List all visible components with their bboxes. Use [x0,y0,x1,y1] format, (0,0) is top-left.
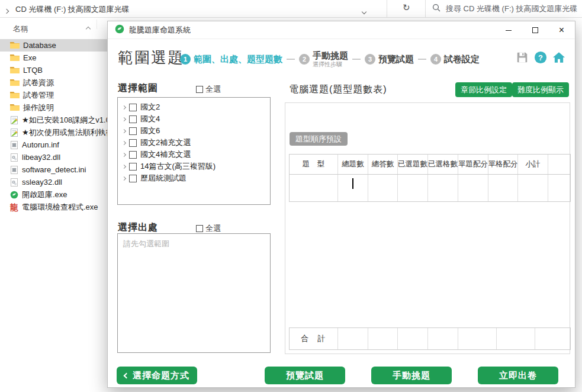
qtable-body-cell[interactable] [338,175,368,201]
tree-item[interactable]: 國文4 [121,113,270,125]
step-number-badge: 3 [365,54,375,65]
header-icons: ? [516,51,565,64]
expand-chevron-icon[interactable] [122,152,126,156]
tree-item-checkbox[interactable] [129,151,137,159]
expand-chevron-icon[interactable] [122,128,126,133]
green-app-icon [10,191,18,199]
file-row[interactable]: ★如已安裝108課綱之v1.0 [0,114,107,126]
minimize-icon [506,30,512,31]
chapter-ratio-button[interactable]: 章節比例設定 [455,82,512,97]
tree-item[interactable]: 國文6 [121,125,270,137]
qtable-header-cell: 已選題數 [398,155,428,174]
minimize-button[interactable] [495,21,522,39]
file-row[interactable]: LTQB [0,64,107,76]
tree-item-checkbox[interactable] [129,127,137,135]
tree-item[interactable]: 國文2補充文選 [121,137,270,149]
dragon-icon: 龍 [10,203,18,211]
file-name: LTQB [23,66,43,75]
order-preset-button[interactable]: 題型順序預設 [290,132,348,146]
document-icon [10,116,18,124]
qtable-header-cell: 題 型 [290,155,338,174]
file-row[interactable]: 開啟題庫.exe [0,188,107,201]
file-row[interactable]: 試卷管理 [0,89,107,101]
qtable-body-cell[interactable] [368,175,398,201]
file-name: 電腦環境檢查程式.exe [22,202,98,213]
expand-chevron-icon[interactable] [122,117,126,121]
wizard-steps: 1 範圍、出處、題型題數 2 手動挑題 選擇性步驟 3 預覽試題 4 試卷設定 [180,50,480,69]
tree-item-checkbox[interactable] [129,139,137,147]
maximize-icon [532,27,538,33]
help-icon: ? [534,51,547,64]
file-row[interactable]: Exe [0,52,107,64]
tree-item-label: 國文4 [140,114,160,124]
window-title: 龍騰題庫命題系統 [129,25,191,36]
tree-item[interactable]: 國文4補充文選 [121,149,270,160]
tree-item[interactable]: 歷屆統測試題 [121,172,270,184]
step-manual-pick[interactable]: 2 手動挑題 選擇性步驟 [299,51,348,68]
manual-pick-button[interactable]: 手動挑題 [371,367,452,384]
file-row[interactable]: 試卷資源 [0,76,107,89]
qtable-body-cell[interactable] [458,175,488,201]
file-row[interactable]: Autorun.inf [0,139,107,151]
range-select-all-checkbox[interactable] [196,86,203,93]
back-to-method-button[interactable]: 選擇命題方式 [117,367,197,384]
qtable-body-cell[interactable] [548,175,570,201]
file-name: 操作說明 [23,102,54,113]
refresh-icon[interactable]: ↻ [403,2,410,13]
folder-icon [10,41,20,49]
step-separator [418,59,426,60]
qtable-body-cell[interactable] [290,175,338,201]
step-paper-settings[interactable]: 4 試卷設定 [430,54,480,65]
qtable-total-cell [398,328,428,349]
tree-item[interactable]: 14篇古文(高三複習版) [121,160,270,172]
maximize-button[interactable] [522,21,548,39]
save-icon [516,51,529,64]
step-range-source[interactable]: 1 範圍、出處、題型題數 [180,54,282,65]
close-button[interactable]: × [548,21,575,39]
qtable-body-cell[interactable] [398,175,428,201]
tree-item-checkbox[interactable] [129,175,137,182]
file-row[interactable]: libeay32.dll [0,151,107,163]
source-select-all[interactable]: 全選 [196,223,221,234]
source-list-panel[interactable]: 請先勾選範圍 [117,233,271,353]
qtable-body-cell[interactable] [428,175,458,201]
qtable-body-cell[interactable] [488,175,518,201]
file-row[interactable]: software_detect.ini [0,163,107,176]
expand-chevron-icon[interactable] [122,164,126,168]
expand-chevron-icon[interactable] [122,105,126,109]
window-titlebar[interactable]: 龍騰題庫命題系統 × [108,21,575,39]
file-row[interactable]: Database [0,39,107,52]
search-input[interactable]: 搜尋 CD 光碟機 (F:) 技高國文題庫光碟 [432,4,577,14]
expand-chevron-icon[interactable] [122,140,126,144]
tree-item-checkbox[interactable] [129,104,137,111]
file-row[interactable]: 龍電腦環境檢查程式.exe [0,201,107,213]
tree-item-checkbox[interactable] [129,163,137,171]
file-row[interactable]: ★初次使用或無法順利執行 [0,126,107,139]
source-placeholder: 請先勾選範圍 [123,239,169,249]
step-preview[interactable]: 3 預覽試題 [365,54,414,65]
range-select-all[interactable]: 全選 [196,84,221,95]
address-dropdown-icon[interactable] [362,5,366,16]
breadcrumb[interactable]: CD 光碟機 (F:) 技高國文題庫光碟 [15,4,130,15]
difficulty-ratio-button[interactable]: 難度比例顯示 [512,82,569,97]
sort-ascending-icon[interactable] [86,23,90,33]
breadcrumb-chevron-icon[interactable] [5,5,8,15]
help-button[interactable]: ? [534,51,547,64]
save-button[interactable] [516,51,529,64]
tree-item[interactable]: 國文2 [121,101,270,113]
tree-item-checkbox[interactable] [129,115,137,123]
qtable-total-cell [368,328,398,349]
search-placeholder: 搜尋 CD 光碟機 (F:) 技高國文題庫光碟 [446,4,577,14]
file-row[interactable]: 操作說明 [0,101,107,114]
text-cursor [352,178,353,189]
preview-questions-button[interactable]: 預覽試題 [265,367,345,384]
source-select-all-checkbox[interactable] [196,225,203,232]
qtable-body-cell[interactable] [518,175,548,201]
step-label: 手動挑題 [313,51,348,61]
generate-paper-button[interactable]: 立即出卷 [478,367,558,384]
expand-chevron-icon[interactable] [122,176,126,180]
file-row[interactable]: ssleay32.dll [0,176,107,188]
home-button[interactable] [552,51,565,64]
qtable-header-cell: 單題配分 [458,155,488,174]
name-column-header[interactable]: 名稱 [13,24,28,34]
